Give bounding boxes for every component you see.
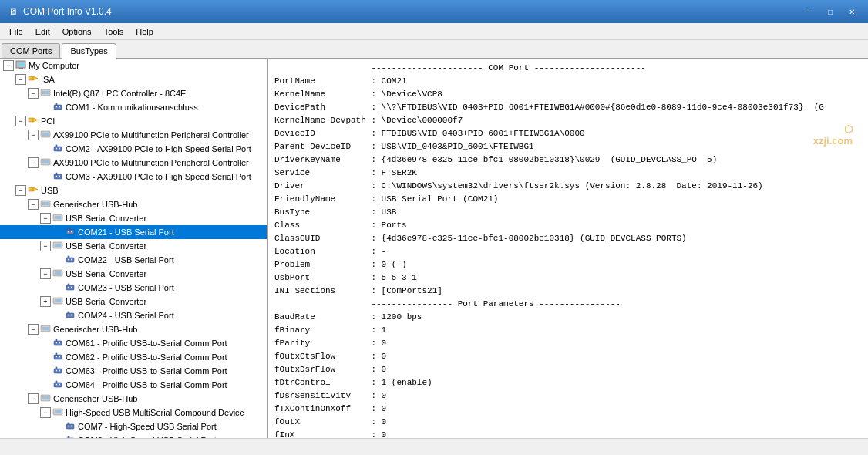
tree-item-com7[interactable]: COM7 - High-Speed USB Serial Port — [0, 420, 267, 433]
svg-point-17 — [56, 147, 57, 149]
tree-label-com62: COM62 - Prolific USB-to-Serial Comm Port — [66, 352, 227, 362]
tree-item-isa[interactable]: −ISA — [0, 72, 267, 86]
menu-item-help[interactable]: Help — [130, 25, 160, 38]
tree-node-icon-device — [40, 393, 51, 406]
svg-point-78 — [71, 425, 72, 426]
tree-item-com8[interactable]: COM8 - High-Speed USB Serial Port — [0, 433, 267, 438]
expand-btn-usb-serial-conv-2[interactable]: − — [40, 241, 51, 251]
tree-node-icon-com — [52, 170, 63, 184]
tree-item-com22[interactable]: COM22 - USB Serial Port — [0, 253, 267, 267]
tree-item-com61[interactable]: COM61 - Prolific USB-to-Serial Comm Port — [0, 336, 267, 350]
tree-item-intel-q87[interactable]: −Intel(R) Q87 LPC Controller - 8C4E — [0, 86, 267, 100]
expand-btn-high-speed-usb[interactable]: − — [40, 407, 51, 418]
expand-btn-usb-hub-3[interactable]: − — [28, 393, 39, 404]
menu-item-edit[interactable]: Edit — [29, 25, 56, 38]
expand-btn-my-computer[interactable]: − — [3, 60, 14, 71]
expand-btn-usb-serial-conv-1[interactable]: − — [40, 213, 51, 224]
expand-btn-ax99100-2[interactable]: − — [28, 157, 39, 168]
maximize-button[interactable]: □ — [820, 4, 840, 19]
detail-line: fInX : 0 — [274, 429, 862, 438]
tree-item-com64[interactable]: COM64 - Prolific USB-to-Serial Comm Port — [0, 378, 267, 392]
svg-rect-28 — [42, 202, 49, 205]
tab-bus-types[interactable]: BusTypes — [62, 43, 116, 59]
tree-node-icon-com — [65, 226, 76, 239]
minimize-button[interactable]: − — [799, 4, 819, 19]
tree-item-usb-hub-3[interactable]: −Generischer USB-Hub — [0, 392, 267, 406]
detail-line: fOutxDsrFlow : 0 — [274, 363, 862, 376]
menu-item-options[interactable]: Options — [56, 25, 98, 38]
tree-node-icon-com — [65, 434, 76, 439]
svg-rect-44 — [68, 284, 69, 286]
tree-item-usb-serial-conv-2[interactable]: −USB Serial Converter — [0, 239, 267, 253]
svg-rect-64 — [56, 367, 57, 369]
svg-rect-30 — [55, 216, 61, 219]
title-bar: 🖥 COM Port Info V1.0.4 − □ ✕ — [0, 0, 868, 23]
expand-btn-usb[interactable]: − — [15, 185, 26, 196]
tree-node-icon-device — [52, 406, 63, 420]
detail-line: Class : Ports — [274, 219, 862, 232]
detail-line: ---------------------- COM Port --------… — [274, 62, 862, 75]
tree-node-icon-root — [15, 59, 26, 72]
tree-item-com24[interactable]: COM24 - USB Serial Port — [0, 308, 267, 322]
tree-item-usb-serial-conv-1[interactable]: −USB Serial Converter — [0, 211, 267, 225]
svg-rect-36 — [55, 244, 61, 247]
tree-label-com23: COM23 - USB Serial Port — [78, 283, 174, 292]
tree-item-com2[interactable]: COM2 - AX99100 PCIe to High Speed Serial… — [0, 142, 267, 156]
tree-label-com22: COM22 - USB Serial Port — [78, 255, 174, 265]
tree-item-ax99100-1[interactable]: −AX99100 PCIe to Multifunction Periphera… — [0, 128, 267, 142]
detail-line: fOutxCtsFlow : 0 — [274, 350, 862, 363]
close-button[interactable]: ✕ — [842, 4, 862, 19]
tree-label-com3: COM3 - AX99100 PCIe to High Speed Serial… — [66, 172, 251, 181]
detail-line: ---------------- Port Parameters -------… — [274, 298, 862, 311]
menu-item-file[interactable]: File — [3, 25, 29, 38]
tree-item-usb-serial-conv-3[interactable]: −USB Serial Converter — [0, 267, 267, 281]
svg-rect-63 — [54, 369, 62, 373]
tree-node-icon-bus — [28, 184, 39, 197]
tree-item-com1[interactable]: COM1 - Kommunikationsanschluss — [0, 100, 267, 114]
main-content: −My Computer−ISA−Intel(R) Q87 LPC Contro… — [0, 59, 868, 438]
tree-item-com63[interactable]: COM63 - Prolific USB-to-Serial Comm Port — [0, 364, 267, 378]
tree-item-com23[interactable]: COM23 - USB Serial Port — [0, 281, 267, 295]
tree-item-ax99100-2[interactable]: −AX99100 PCIe to Multifunction Periphera… — [0, 156, 267, 170]
svg-rect-38 — [68, 256, 69, 258]
expand-btn-usb-serial-conv-3[interactable]: − — [40, 268, 51, 279]
detail-line: Location : - — [274, 245, 862, 258]
svg-point-24 — [59, 175, 60, 177]
tree-item-pci[interactable]: −PCI — [0, 114, 267, 128]
menu-bar: FileEditOptionsToolsHelp — [0, 23, 868, 40]
svg-point-77 — [68, 425, 69, 426]
svg-marker-12 — [33, 118, 38, 122]
svg-rect-79 — [66, 438, 74, 439]
svg-rect-16 — [56, 145, 57, 147]
tree-item-com62[interactable]: COM62 - Prolific USB-to-Serial Comm Port — [0, 350, 267, 364]
tree-item-high-speed-usb[interactable]: −High-Speed USB MultiSerial Compound Dev… — [0, 406, 267, 420]
expand-btn-pci[interactable]: − — [15, 116, 26, 126]
expand-btn-usb-hub-1[interactable]: − — [28, 199, 39, 210]
expand-btn-usb-serial-conv-4[interactable]: + — [40, 296, 51, 307]
tree-item-usb-serial-conv-4[interactable]: +USB Serial Converter — [0, 295, 267, 308]
expand-btn-usb-hub-2[interactable]: − — [28, 324, 39, 335]
tree-node-icon-com — [65, 281, 76, 295]
expand-btn-intel-q87[interactable]: − — [28, 88, 39, 99]
tree-label-com7: COM7 - High-Speed USB Serial Port — [78, 422, 217, 431]
svg-rect-74 — [55, 410, 61, 413]
tree-label-usb-serial-conv-1: USB Serial Converter — [66, 214, 146, 223]
tree-item-com21[interactable]: COM21 - USB Serial Port — [0, 225, 267, 239]
tree-pane[interactable]: −My Computer−ISA−Intel(R) Q87 LPC Contro… — [0, 59, 268, 438]
tree-node-icon-bus — [28, 73, 39, 86]
expand-btn-isa[interactable]: − — [15, 74, 26, 85]
svg-point-9 — [56, 106, 57, 107]
tree-item-usb-hub-1[interactable]: −Generischer USB-Hub — [0, 197, 267, 211]
tree-item-com3[interactable]: COM3 - AX99100 PCIe to High Speed Serial… — [0, 170, 267, 184]
tab-com-ports[interactable]: COM Ports — [2, 43, 60, 58]
svg-rect-72 — [42, 396, 49, 399]
detail-line: UsbPort : 5-5-3-1 — [274, 271, 862, 285]
tree-item-usb[interactable]: −USB — [0, 184, 267, 197]
tree-item-usb-hub-2[interactable]: −Generischer USB-Hub — [0, 322, 267, 336]
tree-item-my-computer[interactable]: −My Computer — [0, 59, 267, 72]
expand-btn-ax99100-1[interactable]: − — [28, 130, 39, 140]
svg-rect-48 — [55, 299, 61, 302]
app-icon: 🖥 — [6, 5, 19, 18]
menu-item-tools[interactable]: Tools — [98, 25, 130, 38]
tree-node-icon-com — [65, 309, 76, 322]
